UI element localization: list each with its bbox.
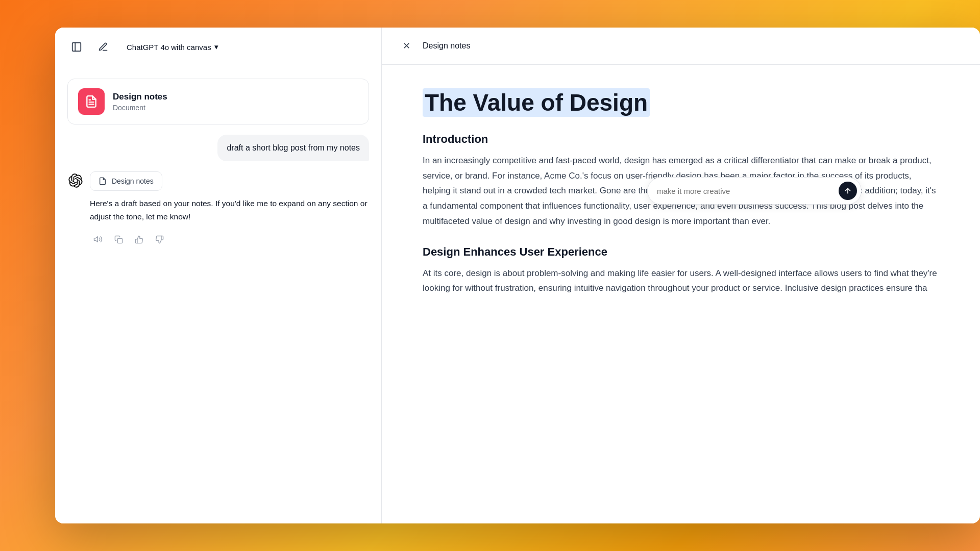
doc-card-title: Design notes [113, 92, 167, 102]
inline-edit-bar[interactable] [647, 177, 862, 205]
section1-heading: Design Enhances User Experience [423, 245, 939, 259]
intro-heading: Introduction [423, 133, 939, 146]
ai-response-body: Design notes Here's a draft based on you… [90, 171, 369, 247]
right-header: ✕ Design notes [382, 28, 980, 65]
inline-edit-input[interactable] [657, 187, 835, 195]
sidebar-toggle-button[interactable] [67, 38, 86, 56]
model-label: ChatGPT 4o with canvas [127, 43, 211, 52]
ai-response-text: Here's a draft based on your notes. If y… [90, 197, 369, 223]
canvas-title: Design notes [423, 41, 470, 51]
left-panel: ChatGPT 4o with canvas ▾ Design not [55, 28, 382, 523]
inline-send-button[interactable] [839, 182, 857, 200]
article-title: The Value of Design [423, 88, 650, 117]
thumbs-down-button[interactable] [151, 231, 167, 247]
svg-rect-0 [72, 43, 81, 52]
chevron-down-icon: ▾ [214, 42, 218, 52]
new-chat-button[interactable] [94, 38, 112, 56]
design-notes-reference[interactable]: Design notes [90, 171, 162, 191]
svg-rect-5 [117, 238, 122, 243]
ai-avatar [67, 172, 84, 189]
doc-info: Design notes Document [113, 92, 167, 112]
user-message: draft a short blog post from my notes [217, 135, 369, 161]
feedback-row [90, 231, 369, 247]
ai-response-row: Design notes Here's a draft based on you… [67, 171, 369, 247]
model-selector-button[interactable]: ChatGPT 4o with canvas ▾ [120, 39, 225, 55]
document-card[interactable]: Design notes Document [67, 79, 369, 124]
left-header: ChatGPT 4o with canvas ▾ [55, 28, 381, 66]
thumbs-up-button[interactable] [131, 231, 147, 247]
doc-card-subtitle: Document [113, 104, 167, 112]
article-title-wrapper: The Value of Design [423, 89, 939, 116]
right-panel: ✕ Design notes The Value of Design Intro… [382, 28, 980, 523]
copy-button[interactable] [110, 231, 127, 247]
canvas-content[interactable]: The Value of Design Introduction In an i… [382, 65, 980, 523]
doc-icon [78, 88, 105, 115]
close-canvas-button[interactable]: ✕ [398, 38, 414, 54]
svg-marker-4 [94, 237, 98, 242]
audio-button[interactable] [90, 231, 106, 247]
ai-reference-label: Design notes [112, 177, 154, 185]
chat-content: Design notes Document draft a short blog… [55, 66, 381, 523]
app-window: ChatGPT 4o with canvas ▾ Design not [55, 28, 980, 523]
section1-text: At its core, design is about problem-sol… [423, 266, 939, 296]
